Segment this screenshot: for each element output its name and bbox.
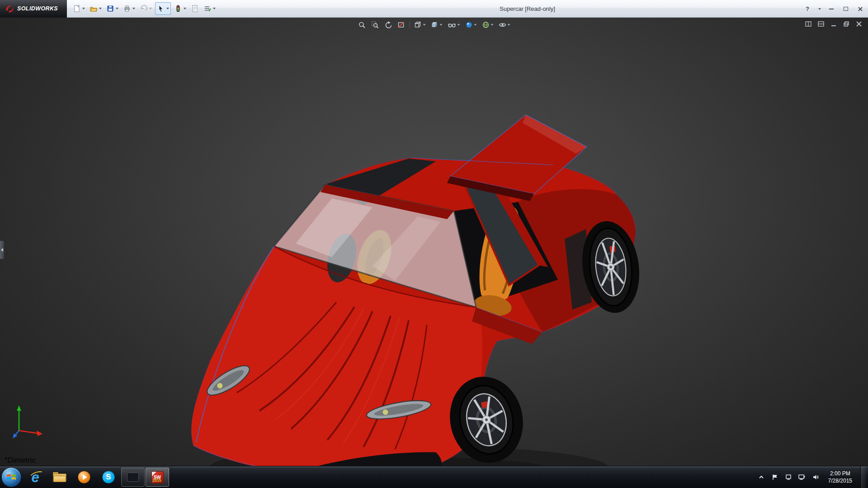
action-center-button[interactable] [770, 473, 779, 482]
taskbar-item-media-player[interactable] [72, 468, 96, 487]
chevron-down-icon[interactable] [213, 8, 216, 9]
hide-show-glasses-icon [448, 21, 457, 29]
chevron-down-icon[interactable] [149, 8, 152, 9]
rebuild-button[interactable] [173, 2, 188, 15]
chevron-down-icon[interactable] [818, 8, 821, 10]
close-button[interactable] [856, 5, 864, 13]
chevron-down-icon[interactable] [166, 8, 169, 9]
open-folder-icon [90, 5, 98, 13]
new-document-button[interactable] [71, 2, 86, 15]
select-tool-button[interactable] [155, 2, 171, 15]
chevron-down-icon[interactable] [491, 24, 494, 26]
doc-restore-button[interactable] [842, 20, 851, 28]
document-title: Supercar [Read-only] [500, 0, 555, 18]
options-button[interactable] [202, 2, 217, 15]
split-pane-horizontal-button[interactable] [804, 20, 813, 28]
doc-minimize-button[interactable] [829, 20, 838, 28]
feature-panel-splitter[interactable] [0, 241, 4, 259]
clock-date: 7/28/2015 [828, 477, 852, 484]
app-window-controls: ? [803, 0, 864, 18]
taskbar-item-internet-explorer[interactable]: e [24, 468, 47, 487]
split-pane-horizontal-icon [805, 20, 812, 28]
open-button[interactable] [88, 2, 103, 15]
taskbar-item-solidworks[interactable]: SW 2015 [146, 468, 169, 487]
graphics-viewport[interactable]: *Dimetric [0, 18, 868, 466]
chevron-down-icon[interactable] [116, 8, 118, 9]
hidden-icons-button[interactable] [757, 473, 766, 482]
taskbar-clock[interactable]: 2:00 PM 7/28/2015 [825, 470, 856, 484]
document-window-controls [804, 20, 863, 28]
options-list-icon [203, 5, 212, 13]
doc-close-button[interactable] [854, 20, 863, 28]
triad-axes-icon [12, 403, 50, 441]
volume-button[interactable] [811, 473, 820, 482]
brand-label: SOLIDWORKS [17, 5, 58, 12]
print-icon [123, 5, 131, 13]
volume-icon [812, 474, 819, 481]
network-button[interactable] [797, 473, 807, 482]
chevron-down-icon[interactable] [423, 24, 426, 26]
system-tray: 2:00 PM 7/28/2015 [757, 466, 868, 488]
chevron-down-icon[interactable] [184, 8, 186, 9]
save-icon [106, 5, 114, 13]
apply-scene-button[interactable] [481, 20, 495, 30]
split-pane-vertical-icon [817, 20, 825, 28]
device-button[interactable] [784, 473, 793, 482]
folder-icon [53, 472, 66, 482]
split-pane-vertical-button[interactable] [816, 20, 826, 28]
taskbar-item-windows-explorer[interactable] [48, 468, 71, 487]
minimize-button[interactable] [827, 5, 835, 13]
taskbar-item-skype[interactable]: S [97, 468, 120, 487]
rebuild-traffic-light-icon [174, 5, 182, 13]
internet-explorer-icon: e [31, 470, 39, 484]
scene-globe-icon [482, 21, 490, 29]
print-button[interactable] [122, 2, 137, 15]
new-document-icon [73, 5, 81, 13]
solidworks-logo: SOLIDWORKS [0, 0, 67, 18]
model-supercar[interactable] [183, 108, 642, 466]
file-properties-button[interactable] [189, 2, 200, 15]
start-button[interactable] [1, 467, 21, 487]
network-display-icon [798, 474, 806, 481]
zoom-to-fit-button[interactable] [357, 20, 367, 30]
appearance-ball-icon [465, 21, 473, 29]
undo-button[interactable] [138, 2, 153, 15]
view-orientation-label: *Dimetric [5, 456, 36, 465]
save-button[interactable] [105, 2, 120, 15]
view-orientation-button[interactable] [413, 20, 427, 30]
supercar-render [183, 108, 642, 466]
display-style-button[interactable] [430, 20, 443, 30]
view-settings-eye-icon [499, 21, 507, 29]
chevron-down-icon[interactable] [132, 8, 135, 9]
chevron-down-icon[interactable] [82, 8, 85, 9]
windows-taskbar: e S SW 2015 [0, 466, 868, 488]
taskbar-item-command-window[interactable] [121, 468, 145, 487]
section-view-button[interactable] [396, 20, 406, 30]
chevron-down-icon[interactable] [440, 24, 443, 26]
close-icon [858, 6, 863, 12]
minimize-icon [830, 20, 837, 28]
zoom-to-area-button[interactable] [370, 20, 380, 30]
maximize-button[interactable] [842, 5, 850, 13]
chevron-down-icon[interactable] [508, 24, 510, 26]
solidworks-logo-icon [5, 4, 14, 14]
close-icon [855, 20, 863, 28]
chevron-down-icon[interactable] [99, 8, 102, 9]
view-settings-button[interactable] [498, 20, 511, 30]
edit-appearance-button[interactable] [464, 20, 478, 30]
help-button[interactable]: ? [803, 5, 811, 13]
hide-show-items-button[interactable] [447, 20, 461, 30]
section-view-icon [397, 21, 406, 29]
flag-icon [771, 474, 778, 481]
previous-view-button[interactable] [383, 20, 393, 30]
chevron-down-icon[interactable] [458, 24, 460, 26]
skype-icon: S [102, 471, 115, 483]
view-orientation-cube-icon [414, 21, 422, 29]
heads-up-view-toolbar [357, 20, 511, 30]
show-desktop-button[interactable] [860, 466, 866, 488]
solidworks-app-icon: SW 2015 [151, 471, 164, 483]
zoom-to-area-icon [371, 21, 379, 29]
toolbar-separator [410, 21, 410, 28]
command-window-icon [127, 473, 139, 482]
chevron-down-icon[interactable] [474, 24, 477, 26]
